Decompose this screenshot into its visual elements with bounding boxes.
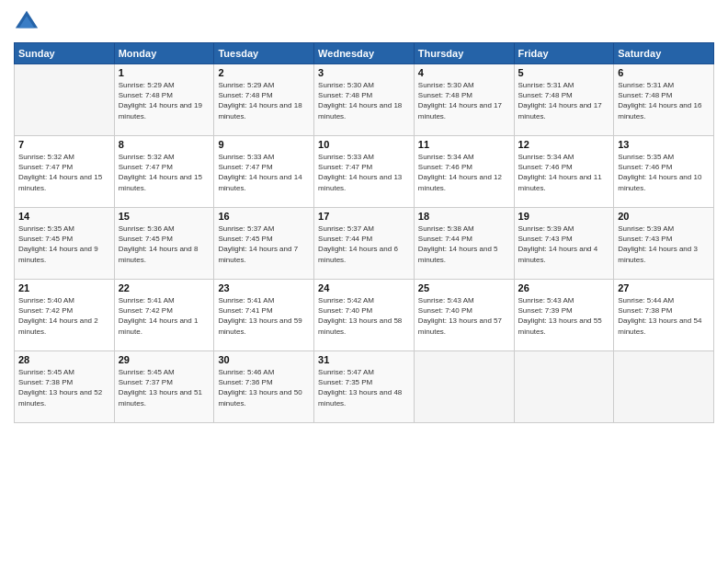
calendar-cell: 15Sunrise: 5:36 AM Sunset: 7:45 PM Dayli…	[114, 208, 214, 280]
column-headers: SundayMondayTuesdayWednesdayThursdayFrid…	[15, 43, 714, 64]
cell-content: Sunrise: 5:31 AM Sunset: 7:48 PM Dayligh…	[518, 80, 610, 121]
day-number: 2	[218, 67, 310, 78]
calendar-cell: 16Sunrise: 5:37 AM Sunset: 7:45 PM Dayli…	[214, 208, 314, 280]
calendar-cell	[414, 351, 514, 423]
calendar-cell: 4Sunrise: 5:30 AM Sunset: 7:48 PM Daylig…	[414, 64, 514, 136]
day-number: 6	[618, 67, 710, 78]
calendar-cell: 18Sunrise: 5:38 AM Sunset: 7:44 PM Dayli…	[414, 208, 514, 280]
calendar-table: SundayMondayTuesdayWednesdayThursdayFrid…	[14, 42, 714, 423]
calendar-cell: 7Sunrise: 5:32 AM Sunset: 7:47 PM Daylig…	[15, 136, 115, 208]
header	[14, 9, 714, 35]
day-number: 29	[119, 354, 210, 365]
calendar-cell: 20Sunrise: 5:39 AM Sunset: 7:43 PM Dayli…	[614, 208, 714, 280]
day-number: 17	[318, 211, 410, 222]
day-number: 26	[518, 282, 610, 293]
day-number: 16	[218, 211, 310, 222]
cell-content: Sunrise: 5:39 AM Sunset: 7:43 PM Dayligh…	[618, 224, 710, 265]
week-row-1: 1Sunrise: 5:29 AM Sunset: 7:48 PM Daylig…	[15, 64, 714, 136]
column-header-monday: Monday	[114, 43, 214, 64]
day-number: 14	[18, 211, 110, 222]
calendar-cell: 2Sunrise: 5:29 AM Sunset: 7:48 PM Daylig…	[214, 64, 314, 136]
day-number: 9	[218, 139, 310, 150]
column-header-saturday: Saturday	[614, 43, 714, 64]
calendar-cell: 24Sunrise: 5:42 AM Sunset: 7:40 PM Dayli…	[314, 280, 415, 351]
cell-content: Sunrise: 5:35 AM Sunset: 7:46 PM Dayligh…	[618, 152, 710, 193]
calendar-cell	[514, 351, 614, 423]
cell-content: Sunrise: 5:34 AM Sunset: 7:46 PM Dayligh…	[418, 152, 510, 193]
cell-content: Sunrise: 5:46 AM Sunset: 7:36 PM Dayligh…	[218, 367, 310, 408]
week-row-2: 7Sunrise: 5:32 AM Sunset: 7:47 PM Daylig…	[15, 136, 714, 208]
day-number: 8	[119, 139, 210, 150]
calendar-cell: 17Sunrise: 5:37 AM Sunset: 7:44 PM Dayli…	[314, 208, 415, 280]
cell-content: Sunrise: 5:37 AM Sunset: 7:45 PM Dayligh…	[218, 224, 310, 265]
cell-content: Sunrise: 5:39 AM Sunset: 7:43 PM Dayligh…	[518, 224, 610, 265]
day-number: 25	[418, 282, 510, 293]
day-number: 12	[518, 139, 610, 150]
day-number: 13	[618, 139, 710, 150]
day-number: 7	[18, 139, 110, 150]
cell-content: Sunrise: 5:30 AM Sunset: 7:48 PM Dayligh…	[318, 80, 410, 121]
calendar-cell: 25Sunrise: 5:43 AM Sunset: 7:40 PM Dayli…	[414, 280, 514, 351]
calendar-cell: 14Sunrise: 5:35 AM Sunset: 7:45 PM Dayli…	[15, 208, 115, 280]
day-number: 28	[18, 354, 110, 365]
calendar-cell: 21Sunrise: 5:40 AM Sunset: 7:42 PM Dayli…	[15, 280, 115, 351]
day-number: 24	[318, 282, 410, 293]
day-number: 10	[318, 139, 410, 150]
calendar-cell: 30Sunrise: 5:46 AM Sunset: 7:36 PM Dayli…	[214, 351, 314, 423]
day-number: 22	[119, 282, 210, 293]
day-number: 19	[518, 211, 610, 222]
calendar-cell: 26Sunrise: 5:43 AM Sunset: 7:39 PM Dayli…	[514, 280, 614, 351]
calendar-cell: 1Sunrise: 5:29 AM Sunset: 7:48 PM Daylig…	[114, 64, 214, 136]
cell-content: Sunrise: 5:31 AM Sunset: 7:48 PM Dayligh…	[618, 80, 710, 121]
logo-icon	[14, 9, 40, 35]
calendar-cell	[614, 351, 714, 423]
cell-content: Sunrise: 5:29 AM Sunset: 7:48 PM Dayligh…	[218, 80, 310, 121]
logo	[14, 9, 43, 35]
day-number: 18	[418, 211, 510, 222]
cell-content: Sunrise: 5:36 AM Sunset: 7:45 PM Dayligh…	[119, 224, 210, 265]
cell-content: Sunrise: 5:29 AM Sunset: 7:48 PM Dayligh…	[119, 80, 210, 121]
day-number: 31	[318, 354, 410, 365]
cell-content: Sunrise: 5:41 AM Sunset: 7:42 PM Dayligh…	[119, 295, 210, 337]
cell-content: Sunrise: 5:37 AM Sunset: 7:44 PM Dayligh…	[318, 224, 410, 265]
day-number: 23	[218, 282, 310, 293]
cell-content: Sunrise: 5:30 AM Sunset: 7:48 PM Dayligh…	[418, 80, 510, 121]
page: SundayMondayTuesdayWednesdayThursdayFrid…	[0, 0, 728, 563]
calendar-cell: 6Sunrise: 5:31 AM Sunset: 7:48 PM Daylig…	[614, 64, 714, 136]
cell-content: Sunrise: 5:44 AM Sunset: 7:38 PM Dayligh…	[618, 295, 710, 337]
cell-content: Sunrise: 5:42 AM Sunset: 7:40 PM Dayligh…	[318, 295, 410, 337]
column-header-friday: Friday	[514, 43, 614, 64]
cell-content: Sunrise: 5:45 AM Sunset: 7:37 PM Dayligh…	[119, 367, 210, 408]
week-row-3: 14Sunrise: 5:35 AM Sunset: 7:45 PM Dayli…	[15, 208, 714, 280]
day-number: 30	[218, 354, 310, 365]
cell-content: Sunrise: 5:40 AM Sunset: 7:42 PM Dayligh…	[18, 295, 110, 337]
day-number: 5	[518, 67, 610, 78]
calendar-cell: 11Sunrise: 5:34 AM Sunset: 7:46 PM Dayli…	[414, 136, 514, 208]
calendar-cell: 31Sunrise: 5:47 AM Sunset: 7:35 PM Dayli…	[314, 351, 415, 423]
cell-content: Sunrise: 5:32 AM Sunset: 7:47 PM Dayligh…	[18, 152, 110, 193]
calendar-cell: 23Sunrise: 5:41 AM Sunset: 7:41 PM Dayli…	[214, 280, 314, 351]
calendar-cell: 3Sunrise: 5:30 AM Sunset: 7:48 PM Daylig…	[314, 64, 415, 136]
cell-content: Sunrise: 5:43 AM Sunset: 7:39 PM Dayligh…	[518, 295, 610, 337]
calendar-cell: 10Sunrise: 5:33 AM Sunset: 7:47 PM Dayli…	[314, 136, 415, 208]
calendar-cell: 8Sunrise: 5:32 AM Sunset: 7:47 PM Daylig…	[114, 136, 214, 208]
day-number: 21	[18, 282, 110, 293]
column-header-tuesday: Tuesday	[214, 43, 314, 64]
cell-content: Sunrise: 5:34 AM Sunset: 7:46 PM Dayligh…	[518, 152, 610, 193]
calendar-cell	[15, 64, 115, 136]
calendar-cell: 13Sunrise: 5:35 AM Sunset: 7:46 PM Dayli…	[614, 136, 714, 208]
day-number: 27	[618, 282, 710, 293]
day-number: 3	[318, 67, 410, 78]
day-number: 11	[418, 139, 510, 150]
calendar-cell: 19Sunrise: 5:39 AM Sunset: 7:43 PM Dayli…	[514, 208, 614, 280]
cell-content: Sunrise: 5:47 AM Sunset: 7:35 PM Dayligh…	[318, 367, 410, 408]
cell-content: Sunrise: 5:45 AM Sunset: 7:38 PM Dayligh…	[18, 367, 110, 408]
calendar-cell: 22Sunrise: 5:41 AM Sunset: 7:42 PM Dayli…	[114, 280, 214, 351]
week-row-4: 21Sunrise: 5:40 AM Sunset: 7:42 PM Dayli…	[15, 280, 714, 351]
cell-content: Sunrise: 5:43 AM Sunset: 7:40 PM Dayligh…	[418, 295, 510, 337]
column-header-thursday: Thursday	[414, 43, 514, 64]
column-header-sunday: Sunday	[15, 43, 115, 64]
day-number: 20	[618, 211, 710, 222]
day-number: 1	[119, 67, 210, 78]
calendar-cell: 29Sunrise: 5:45 AM Sunset: 7:37 PM Dayli…	[114, 351, 214, 423]
